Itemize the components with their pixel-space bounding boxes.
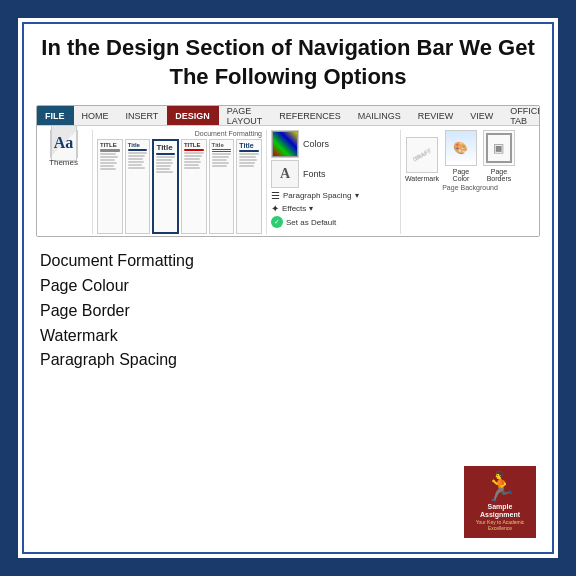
page-color-label: PageColor bbox=[453, 168, 470, 182]
page-color-button[interactable]: 🎨 PageColor bbox=[445, 130, 477, 182]
page-background-section: DRAFT Watermark 🎨 PageColor bbox=[405, 130, 535, 234]
effects-label: Effects bbox=[282, 204, 306, 213]
paragraph-spacing-dropdown[interactable]: ▾ bbox=[355, 191, 359, 200]
effects-row: ✦ Effects ▾ bbox=[271, 203, 394, 214]
colors-button[interactable] bbox=[271, 130, 299, 158]
page-borders-button[interactable]: ▣ PageBorders bbox=[483, 130, 515, 182]
themes-button[interactable]: Aa bbox=[50, 130, 78, 158]
list-item-3: Page Border bbox=[40, 299, 540, 324]
tab-mailings[interactable]: MAILINGS bbox=[350, 106, 410, 125]
effects-dropdown[interactable]: ▾ bbox=[309, 204, 313, 213]
style-thumb-title[interactable]: TITLE bbox=[97, 139, 123, 234]
tab-review[interactable]: REVIEW bbox=[410, 106, 463, 125]
colors-icon bbox=[272, 131, 298, 157]
themes-label: Themes bbox=[49, 158, 78, 167]
list-item-1: Document Formatting bbox=[40, 249, 540, 274]
list-item-2: Page Colour bbox=[40, 274, 540, 299]
list-item-5: Paragraph Spacing bbox=[40, 348, 540, 373]
style-thumb-4[interactable]: TITLE bbox=[181, 139, 207, 234]
fonts-label: Fonts bbox=[303, 169, 326, 179]
tab-references[interactable]: REFERENCES bbox=[271, 106, 350, 125]
page-borders-icon: ▣ bbox=[483, 130, 515, 166]
fonts-row: A Fonts bbox=[271, 160, 394, 188]
logo: 🏃 Sample Assignment Your Key to Academic… bbox=[464, 466, 536, 538]
outer-frame: In the Design Section of Navigation Bar … bbox=[0, 0, 576, 576]
tab-office-tab[interactable]: OFFICE TAB bbox=[502, 106, 540, 125]
doc-styles-top: TITLE bbox=[97, 139, 262, 234]
doc-styles-section: Document Formatting TITLE bbox=[97, 130, 267, 234]
watermark-button[interactable]: DRAFT Watermark bbox=[405, 137, 439, 182]
page-bg-icons: DRAFT Watermark 🎨 PageColor bbox=[405, 130, 515, 182]
design-tools-section: Colors A Fonts ☰ Paragraph Spacing ▾ bbox=[271, 130, 401, 234]
page-borders-label: PageBorders bbox=[487, 168, 512, 182]
set-default-label[interactable]: Set as Default bbox=[286, 218, 336, 227]
list-item-4: Watermark bbox=[40, 324, 540, 349]
fonts-icon: A bbox=[280, 166, 290, 182]
tab-design[interactable]: DESIGN bbox=[167, 106, 219, 125]
ribbon-tabs: FILE HOME INSERT DESIGN PAGE LAYOUT REFE… bbox=[37, 106, 539, 126]
style-thumb-2[interactable]: Title bbox=[125, 139, 151, 234]
ribbon-body: Aa Themes Document Formatting TITLE bbox=[37, 126, 539, 236]
set-default-row: ✓ Set as Default bbox=[271, 216, 394, 228]
colors-label: Colors bbox=[303, 139, 329, 149]
paragraph-spacing-label: Paragraph Spacing bbox=[283, 191, 352, 200]
watermark-icon: DRAFT bbox=[406, 137, 438, 173]
paragraph-spacing-icon: ☰ bbox=[271, 190, 280, 201]
doc-formatting-label: Document Formatting bbox=[97, 130, 262, 137]
tab-file[interactable]: FILE bbox=[37, 106, 74, 125]
tab-insert[interactable]: INSERT bbox=[118, 106, 168, 125]
tab-home[interactable]: HOME bbox=[74, 106, 118, 125]
style-thumb-3[interactable]: Title bbox=[152, 139, 178, 234]
logo-sub-text: Your Key to Academic Excellence bbox=[468, 519, 532, 531]
check-icon: ✓ bbox=[271, 216, 283, 228]
colors-row: Colors bbox=[271, 130, 394, 158]
fonts-button[interactable]: A bbox=[271, 160, 299, 188]
tab-page-layout[interactable]: PAGE LAYOUT bbox=[219, 106, 271, 125]
page-background-label: Page Background bbox=[405, 184, 535, 191]
style-thumb-5[interactable]: Title bbox=[209, 139, 235, 234]
style-thumb-6[interactable]: Title bbox=[236, 139, 262, 234]
themes-section: Aa Themes bbox=[41, 130, 93, 234]
ribbon: FILE HOME INSERT DESIGN PAGE LAYOUT REFE… bbox=[36, 105, 540, 237]
tab-view[interactable]: VIEW bbox=[462, 106, 502, 125]
page-color-icon: 🎨 bbox=[445, 130, 477, 166]
watermark-label: Watermark bbox=[405, 175, 439, 182]
page-title: In the Design Section of Navigation Bar … bbox=[36, 30, 540, 97]
paragraph-spacing-row: ☰ Paragraph Spacing ▾ bbox=[271, 190, 394, 201]
logo-main-text: Sample Assignment bbox=[468, 503, 532, 520]
effects-icon: ✦ bbox=[271, 203, 279, 214]
themes-icon: Aa bbox=[51, 125, 77, 161]
logo-figure-icon: 🏃 bbox=[483, 473, 518, 501]
